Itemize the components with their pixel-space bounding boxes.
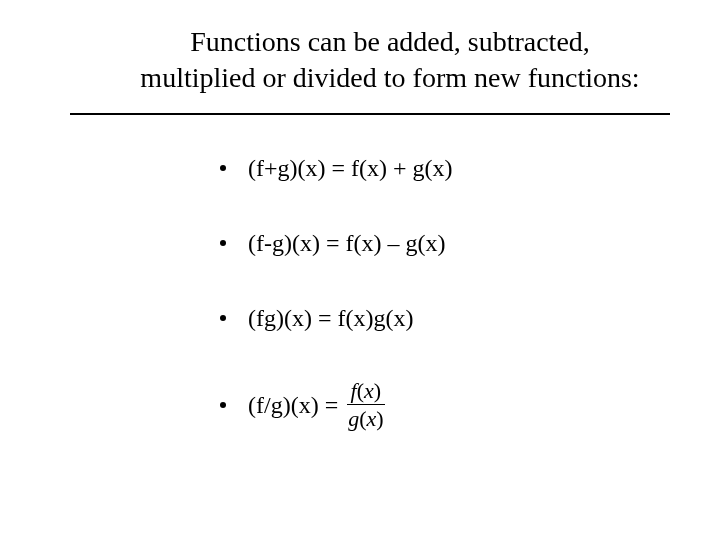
equation-text: (f/g)(x) = f(x) g(x) [248,380,388,431]
equation-text: (f+g)(x) = f(x) + g(x) [248,155,453,182]
list-item: (f+g)(x) = f(x) + g(x) [220,155,720,182]
bullet-icon [220,315,226,321]
fraction-numerator: f(x) [347,379,386,405]
fraction-denominator: g(x) [344,405,387,430]
equation-text: (fg)(x) = f(x)g(x) [248,305,413,332]
title-line-1: Functions can be added, subtracted, [190,26,590,57]
list-item: (f/g)(x) = f(x) g(x) [220,380,720,431]
equation-text: (f-g)(x) = f(x) – g(x) [248,230,445,257]
bullet-list: (f+g)(x) = f(x) + g(x) (f-g)(x) = f(x) –… [0,115,720,431]
equation-prefix: (f/g)(x) = [248,392,338,419]
slide-title: Functions can be added, subtracted, mult… [100,24,680,97]
bullet-icon [220,402,226,408]
list-item: (fg)(x) = f(x)g(x) [220,305,720,332]
fraction: f(x) g(x) [344,379,387,430]
bullet-icon [220,165,226,171]
bullet-icon [220,240,226,246]
title-line-2: multiplied or divided to form new functi… [140,62,639,93]
list-item: (f-g)(x) = f(x) – g(x) [220,230,720,257]
slide-header: Functions can be added, subtracted, mult… [0,0,720,107]
